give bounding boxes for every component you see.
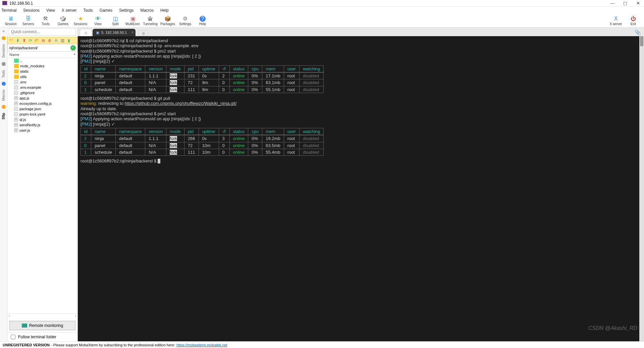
- menu-settings[interactable]: Settings: [119, 8, 133, 13]
- remote-path-input[interactable]: [8, 45, 70, 51]
- tab-session-5[interactable]: ▣ 5. 192.168.50.1 ×: [93, 29, 136, 36]
- menu-view[interactable]: View: [46, 8, 55, 13]
- cursor: [158, 159, 160, 163]
- tool-tunneling[interactable]: 🛣Tunneling: [142, 14, 159, 27]
- tool-multiexec[interactable]: ▣MultiExec: [124, 14, 142, 27]
- ribbon-sftp[interactable]: Sftp: [2, 112, 5, 121]
- tree-item[interactable]: user.js: [7, 128, 77, 133]
- tool-help[interactable]: ?Help: [194, 14, 211, 27]
- help-icon: ?: [200, 16, 206, 22]
- file-icon: [14, 128, 18, 132]
- folder-icon: [14, 75, 19, 79]
- games-icon: 🎲: [60, 16, 66, 22]
- tree-item[interactable]: .env: [7, 79, 77, 85]
- ribbon-dot-tools[interactable]: [2, 62, 6, 66]
- folder-icon: [14, 59, 19, 63]
- tool-x server[interactable]: XX server: [607, 14, 625, 27]
- ribbon-macros[interactable]: Macros: [2, 88, 5, 102]
- tool-view[interactable]: 👁View: [89, 14, 107, 27]
- status-bar: UNREGISTERED VERSION - Please support Mo…: [0, 341, 644, 348]
- tree-item[interactable]: utils: [7, 74, 77, 79]
- path-ok-icon: [70, 45, 76, 51]
- menu-games[interactable]: Games: [100, 8, 113, 13]
- tool-session[interactable]: 🖥Session: [2, 14, 19, 27]
- menu-tools[interactable]: Tools: [84, 8, 93, 13]
- split-icon: ◫: [112, 16, 118, 22]
- tool-packages[interactable]: 📦Packages: [159, 14, 176, 27]
- delete-icon[interactable]: ⊖: [41, 38, 46, 43]
- properties-icon[interactable]: ▥: [60, 38, 65, 43]
- chevron-left-icon[interactable]: «: [2, 29, 5, 33]
- tree-item[interactable]: ecosystem.config.js: [7, 101, 77, 106]
- maximize-button[interactable]: ▢: [623, 1, 628, 6]
- tree-item[interactable]: .gitignore: [7, 90, 77, 95]
- minimize-button[interactable]: —: [610, 1, 615, 6]
- close-button[interactable]: ✕: [635, 1, 641, 6]
- follow-terminal-label: Follow terminal folder: [18, 335, 56, 339]
- unregistered-label: UNREGISTERED VERSION: [3, 343, 50, 347]
- tab-home[interactable]: ⌂: [80, 29, 92, 36]
- terminal-output[interactable]: root@1c5606ff97b2:/ql $ cd /ql/ninja/bac…: [78, 36, 644, 341]
- tree-item[interactable]: app.js: [7, 95, 77, 101]
- edit-icon[interactable]: A: [53, 38, 59, 43]
- exit-icon: ⏻: [630, 16, 636, 22]
- servers-icon: 🗄: [25, 16, 31, 22]
- ribbon-dot-macros[interactable]: [2, 82, 6, 86]
- tool-settings[interactable]: ⚙Settings: [176, 14, 194, 27]
- mobaxterm-link[interactable]: https://mobaxterm.mobatek.net: [176, 343, 227, 347]
- sftp-mini-toolbar: 📁 ⬇ ⬆ ⟳ 📂 ⊖ ⊘ A ▥ ▮: [7, 37, 77, 44]
- menu-help[interactable]: Help: [160, 8, 169, 13]
- tab-close-icon[interactable]: ×: [131, 30, 133, 34]
- new-folder-icon[interactable]: 📂: [34, 38, 40, 43]
- left-ribbon: « Sessions Tools Macros Sftp: [0, 27, 7, 341]
- window-title: 192.168.50.1: [9, 1, 610, 6]
- folder-icon[interactable]: 📁: [9, 38, 14, 43]
- window-titlebar: 192.168.50.1 — ▢ ✕: [0, 0, 644, 7]
- ribbon-tools[interactable]: Tools: [2, 69, 5, 79]
- tools-icon: 🛠: [43, 16, 49, 22]
- tree-item[interactable]: ..: [7, 58, 77, 63]
- menu-x-server[interactable]: X server: [62, 8, 77, 13]
- menu-terminal[interactable]: Terminal: [1, 8, 16, 13]
- tree-item[interactable]: package.json: [7, 106, 77, 112]
- tool-sessions[interactable]: ★Sessions: [72, 14, 89, 27]
- menu-sessions[interactable]: Sessions: [23, 8, 40, 13]
- x server-icon: X: [613, 16, 619, 22]
- ribbon-dot-sessions[interactable]: [2, 36, 6, 40]
- ribbon-dot-sftp[interactable]: [2, 105, 6, 109]
- tree-item[interactable]: node_modules: [7, 63, 77, 69]
- remote-monitoring-button[interactable]: Remote monitoring: [9, 321, 75, 330]
- tool-tools[interactable]: 🛠Tools: [37, 14, 54, 27]
- tree-item[interactable]: pnpm-lock.yaml: [7, 112, 77, 117]
- tool-servers[interactable]: 🗄Servers: [19, 14, 37, 27]
- follow-terminal-checkbox[interactable]: [11, 335, 15, 339]
- tab-new[interactable]: ⊕: [138, 30, 148, 36]
- stop-icon[interactable]: ⊘: [47, 38, 52, 43]
- menu-macros[interactable]: Macros: [141, 8, 154, 13]
- folder-icon: [14, 64, 19, 68]
- download-icon[interactable]: ⬇: [15, 38, 20, 43]
- file-icon: [14, 112, 18, 116]
- tool-split[interactable]: ◫Split: [107, 14, 124, 27]
- terminal-icon: ▣: [96, 30, 99, 35]
- tree-hscroll[interactable]: ‹›: [7, 314, 77, 319]
- file-tree[interactable]: ..node_modulesstaticutils.env.env.exampl…: [7, 58, 77, 314]
- ribbon-sessions[interactable]: Sessions: [2, 43, 5, 59]
- tool-exit[interactable]: ⏻Exit: [625, 14, 642, 27]
- tree-item[interactable]: sendNotify.js: [7, 122, 77, 128]
- tree-item[interactable]: .env.example: [7, 85, 77, 90]
- terminal-mode-icon[interactable]: ▮: [66, 38, 71, 43]
- refresh-icon[interactable]: ⟳: [28, 38, 33, 43]
- file-icon: [14, 101, 18, 106]
- tree-item[interactable]: ql.js: [7, 117, 77, 122]
- paperclip-icon[interactable]: 📎: [635, 29, 641, 36]
- settings-icon: ⚙: [182, 16, 188, 22]
- upload-icon[interactable]: ⬆: [21, 38, 27, 43]
- terminal-vscroll[interactable]: [639, 36, 644, 341]
- name-column-header[interactable]: Name: [7, 52, 77, 58]
- tab-strip: ⌂ ▣ 5. 192.168.50.1 × ⊕ 📎: [78, 27, 644, 36]
- tree-item[interactable]: static: [7, 69, 77, 74]
- quick-connect-input[interactable]: [9, 28, 76, 36]
- tool-games[interactable]: 🎲Games: [54, 14, 72, 27]
- tunneling-icon: 🛣: [147, 16, 153, 22]
